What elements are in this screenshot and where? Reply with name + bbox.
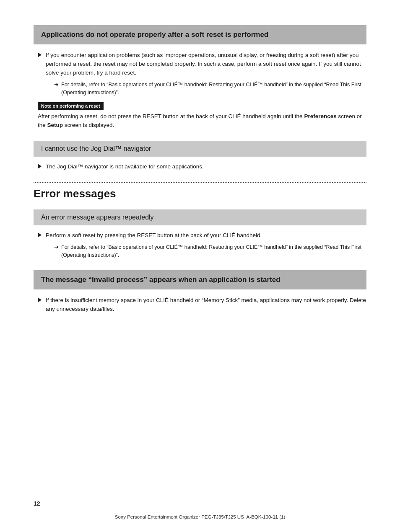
sub-text-error: For details, refer to “Basic operations … [61, 243, 366, 259]
error-repeated-title: An error message appears repeatedly [41, 214, 359, 221]
footer-text: Sony Personal Entertainment Organizer PE… [115, 514, 286, 519]
note-bold-preferences: Preferences [304, 113, 336, 119]
note-label: Note on performing a reset [38, 102, 104, 110]
soft-reset-title: Applications do not operate properly aft… [41, 30, 359, 39]
bullet-item-invalid: If there is insufficient memory space in… [34, 296, 366, 314]
note-box: Note on performing a reset After perform… [34, 102, 366, 130]
page-number: 12 [34, 500, 40, 507]
sub-bullet-1: ➔ For details, refer to “Basic operation… [54, 81, 366, 97]
sub-text-1: For details, refer to “Basic operations … [61, 81, 366, 97]
soft-reset-header: Applications do not operate properly aft… [34, 25, 366, 44]
bullet-content-error: Perform a soft reset by pressing the RES… [46, 231, 366, 259]
sub-arrow-icon-error: ➔ [54, 244, 59, 251]
note-text: After performing a reset, do not press t… [38, 112, 366, 130]
error-repeated-header: An error message appears repeatedly [34, 209, 366, 225]
bullet-triangle-icon-jog [38, 164, 42, 169]
invalid-process-section: The message “Invalid process” appears wh… [34, 270, 366, 314]
error-repeated-section: An error message appears repeatedly Perf… [34, 209, 366, 259]
error-messages-title: Error messages [34, 187, 366, 200]
bullet-content-1: If you encounter application problems (s… [46, 51, 366, 96]
bullet-triangle-icon [38, 52, 42, 57]
bullet-item-1: If you encounter application problems (s… [34, 51, 366, 96]
bullet-item-error: Perform a soft reset by pressing the RES… [34, 231, 366, 259]
bullet-item-jog: The Jog Dial™ navigator is not available… [34, 163, 366, 171]
bullet-text-jog: The Jog Dial™ navigator is not available… [46, 163, 366, 171]
page-content: Applications do not operate properly aft… [0, 0, 400, 358]
jog-dial-section: I cannot use the Jog Dial™ navigator The… [34, 141, 366, 171]
note-bold-setup: Setup [47, 122, 63, 128]
soft-reset-section: Applications do not operate properly aft… [34, 25, 366, 130]
bullet-triangle-icon-error [38, 232, 42, 238]
invalid-process-header: The message “Invalid process” appears wh… [34, 270, 366, 289]
bullet-text-1: If you encounter application problems (s… [46, 52, 361, 76]
bullet-text-invalid: If there is insufficient memory space in… [46, 296, 366, 314]
dotted-separator [34, 182, 366, 183]
footer-bold: 11 [273, 514, 278, 519]
sub-arrow-icon-1: ➔ [54, 81, 59, 88]
sub-bullet-error: ➔ For details, refer to “Basic operation… [54, 243, 366, 259]
jog-dial-title: I cannot use the Jog Dial™ navigator [41, 145, 359, 152]
invalid-process-title: The message “Invalid process” appears wh… [41, 275, 359, 284]
footer: Sony Personal Entertainment Organizer PE… [0, 514, 400, 519]
jog-dial-header: I cannot use the Jog Dial™ navigator [34, 141, 366, 157]
bullet-triangle-icon-invalid [38, 297, 42, 302]
bullet-text-error: Perform a soft reset by pressing the RES… [46, 232, 262, 238]
